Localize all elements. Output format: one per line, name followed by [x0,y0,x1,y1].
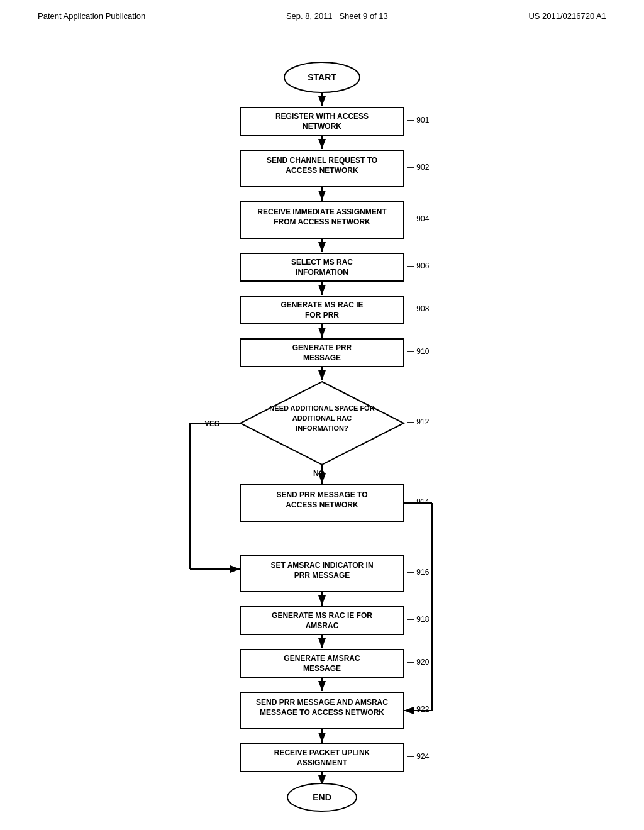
end-label: END [313,792,331,802]
node-908-text2: FOR PRR [305,311,339,319]
node-908-text1: GENERATE MS RAC IE [280,301,363,309]
header-left: Patent Application Publication [38,11,145,21]
node-910-text2: MESSAGE [303,353,341,362]
label-922: — 922 [407,705,430,714]
label-912: — 912 [407,418,430,426]
node-914-text2: ACCESS NETWORK [286,501,358,509]
label-914: — 914 [407,497,430,506]
node-910-text1: GENERATE PRR [292,343,352,352]
main-content: START REGISTER WITH ACCESS NETWORK — 901… [0,27,644,830]
node-920-text1: GENERATE AMSRAC [284,654,360,663]
node-920-text2: MESSAGE [303,664,341,673]
node-912-text1: NEED ADDITIONAL SPACE FOR [269,404,374,412]
node-924-text2: ASSIGNMENT [297,758,348,767]
node-922-text1: SEND PRR MESSAGE AND AMSRAC [256,698,388,707]
label-902: — 902 [407,163,430,172]
node-902-text2: ACCESS NETWORK [286,166,358,175]
node-922-text2: MESSAGE TO ACCESS NETWORK [260,708,384,717]
node-916-text2: PRR MESSAGE [294,571,350,580]
start-label: START [308,72,336,82]
label-918: — 918 [407,615,430,624]
label-910: — 910 [407,347,430,356]
svg-marker-15 [240,382,404,465]
label-908: — 908 [407,304,430,313]
node-918-text2: AMSRAC [306,621,339,630]
flowchart-container: START REGISTER WITH ACCESS NETWORK — 901… [70,40,574,816]
node-916-text1: SET AMSRAC INDICATOR IN [270,561,373,570]
node-906-text1: SELECT MS RAC [291,258,353,267]
header-right: US 2011/0216720 A1 [528,11,606,21]
node-912-text2: ADDITIONAL RAC [292,414,352,422]
label-904: — 904 [407,214,430,223]
label-916: — 916 [407,568,430,577]
label-924: — 924 [407,752,430,761]
label-901: — 901 [407,116,430,124]
label-920: — 920 [407,658,430,667]
no-label: NO [313,469,325,478]
node-901-text1: REGISTER WITH ACCESS [275,112,369,121]
node-902-text1: SEND CHANNEL REQUEST TO [267,156,377,165]
label-906: — 906 [407,262,430,270]
node-904-text1: RECEIVE IMMEDIATE ASSIGNMENT [257,208,387,216]
page-header: Patent Application Publication Sep. 8, 2… [0,0,644,27]
node-904-text2: FROM ACCESS NETWORK [274,218,370,226]
header-middle: Sep. 8, 2011 Sheet 9 of 13 [286,11,388,21]
node-912-text3: INFORMATION? [296,424,348,432]
node-924-text1: RECEIVE PACKET UPLINK [274,748,370,757]
node-906-text2: INFORMATION [296,268,348,277]
node-918-text1: GENERATE MS RAC IE FOR [272,611,372,620]
node-914-text1: SEND PRR MESSAGE TO [276,490,367,499]
flowchart-svg: START REGISTER WITH ACCESS NETWORK — 901… [70,40,574,813]
node-901-text2: NETWORK [303,122,341,131]
